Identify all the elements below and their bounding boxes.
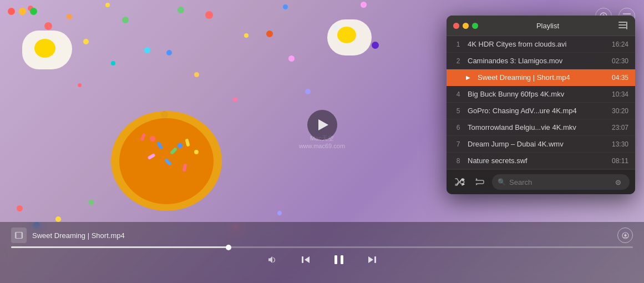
progress-fill	[11, 246, 229, 248]
repeat-button[interactable]	[472, 174, 488, 190]
playlist-item-name: Dream Jump – Dubai 4K.wmv	[463, 140, 612, 148]
playlist-maximize-button[interactable]	[472, 23, 478, 29]
candy-dot	[266, 31, 273, 37]
search-box: 🔍 ⊜	[492, 174, 630, 190]
candy-dot	[78, 83, 82, 87]
playlist-view-icon	[618, 22, 627, 29]
player-thumbnail	[11, 228, 27, 243]
playlist-item-name: Caminandes 3: Llamigos.mov	[463, 57, 612, 65]
playlist-item[interactable]: 4▶Big Buck Bunny 60fps 4K.mkv10:34	[447, 86, 635, 103]
playlist-titlebar: Playlist	[447, 16, 635, 36]
player-download-button[interactable]	[617, 228, 633, 243]
candy-dot	[166, 50, 172, 55]
playlist-panel: Playlist 1▶4K HDR Cityes from clouds.avi…	[447, 16, 635, 194]
svg-rect-17	[302, 256, 303, 263]
search-input[interactable]	[509, 178, 608, 186]
playlist-item-number: 5	[453, 107, 463, 115]
playlist-item-name: Tomorrowland Belgiu...vie 4K.mkv	[463, 123, 612, 132]
playlist-minimize-button[interactable]	[463, 23, 469, 29]
playlist-traffic-lights	[453, 23, 478, 29]
svg-rect-21	[374, 256, 376, 263]
playlist-bottom-bar: 🔍 ⊜	[447, 169, 635, 194]
playlist-item-number: 4	[453, 90, 463, 98]
next-button[interactable]	[364, 251, 381, 268]
progress-row	[11, 246, 633, 251]
player-bar: Sweet Dreaming | Short.mp4	[0, 222, 644, 283]
shuffle-button[interactable]	[452, 174, 468, 190]
candy-dot	[283, 4, 288, 9]
candy-dot	[67, 14, 72, 19]
close-button[interactable]	[8, 8, 15, 15]
playlist-item-duration: 13:30	[612, 140, 628, 148]
playlist-item-number: 6	[453, 124, 463, 132]
prev-button[interactable]	[297, 251, 314, 268]
svg-rect-18	[334, 255, 337, 264]
player-title-text: Sweet Dreaming | Short.mp4	[32, 231, 612, 240]
progress-bar[interactable]	[11, 246, 633, 248]
playlist-item-duration: 16:24	[612, 41, 628, 48]
playlist-item[interactable]: 6▶Tomorrowland Belgiu...vie 4K.mkv23:07	[447, 119, 635, 136]
minimize-button[interactable]	[19, 8, 26, 15]
search-icon: 🔍	[498, 178, 506, 186]
svg-rect-19	[341, 255, 343, 264]
playlist-item[interactable]: ▶Sweet Dreaming | Short.mp404:35	[447, 69, 635, 86]
playlist-item[interactable]: 8▶Nature secrets.swf08:11	[447, 153, 635, 169]
film-icon	[15, 232, 23, 239]
repeat-icon	[475, 178, 485, 186]
svg-rect-24	[618, 27, 626, 28]
playlist-item[interactable]: 2▶Caminandes 3: Llamigos.mov02:30	[447, 53, 635, 69]
playlist-item-name: GoPro: Chasing AdV...ure 4K.mp4	[463, 107, 612, 115]
playlist-item-name: Sweet Dreaming | Short.mp4	[473, 73, 612, 82]
filter-button[interactable]: ⊜	[612, 176, 624, 188]
candy-dot	[205, 11, 213, 19]
controls-row	[11, 251, 633, 272]
playlist-item-number: 8	[453, 157, 463, 165]
next-icon	[367, 255, 377, 264]
candy-dot	[122, 17, 129, 23]
candy-dot	[44, 22, 52, 30]
playlist-item-number: 1	[453, 41, 463, 48]
candy-dot	[105, 3, 110, 7]
playlist-item-name: Big Buck Bunny 60fps 4K.mkv	[463, 90, 612, 98]
playlist-item-duration: 30:20	[612, 107, 628, 115]
playlist-title: Playlist	[483, 22, 613, 30]
playlist-close-button[interactable]	[453, 23, 459, 29]
playlist-item-duration: 23:07	[612, 124, 628, 132]
playlist-icon-button[interactable]	[617, 20, 628, 31]
playlist-item-number: 2	[453, 57, 463, 65]
playlist-item[interactable]: 1▶4K HDR Cityes from clouds.avi16:24	[447, 36, 635, 53]
svg-marker-16	[305, 256, 310, 263]
candy-dot	[372, 42, 379, 49]
playlist-item[interactable]: 5▶GoPro: Chasing AdV...ure 4K.mp430:20	[447, 103, 635, 119]
svg-marker-20	[368, 256, 373, 263]
food-egg-yolk	[337, 27, 356, 43]
svg-rect-23	[618, 24, 626, 26]
candy-dot	[178, 7, 184, 13]
candy-dot	[55, 216, 61, 222]
playlist-item[interactable]: 7▶Dream Jump – Dubai 4K.wmv13:30	[447, 136, 635, 153]
playlist-item-name: 4K HDR Cityes from clouds.avi	[463, 40, 612, 48]
playlist-item-duration: 10:34	[612, 90, 628, 98]
video-play-button[interactable]	[307, 110, 337, 140]
progress-thumb	[226, 245, 231, 250]
candy-dot	[150, 136, 155, 142]
candy-dot	[144, 47, 150, 53]
playlist-item-duration: 08:11	[612, 157, 628, 165]
candy-dot	[244, 33, 249, 38]
volume-button[interactable]	[264, 251, 281, 268]
player-title-row: Sweet Dreaming | Short.mp4	[11, 222, 633, 246]
candy-dot	[194, 72, 199, 77]
candy-dot	[277, 211, 282, 215]
candy-dot	[305, 89, 311, 94]
candy-dot	[288, 55, 295, 62]
candy-dot	[178, 143, 182, 148]
food-egg-yolk	[34, 39, 55, 58]
candy-dot	[111, 61, 115, 65]
playlist-item-play-icon: ▶	[463, 74, 473, 80]
svg-rect-25	[626, 22, 627, 29]
prev-icon	[301, 255, 311, 264]
svg-rect-22	[618, 22, 626, 23]
maximize-button[interactable]	[30, 8, 37, 15]
play-pause-button[interactable]	[331, 251, 347, 268]
candy-dot	[194, 150, 199, 154]
